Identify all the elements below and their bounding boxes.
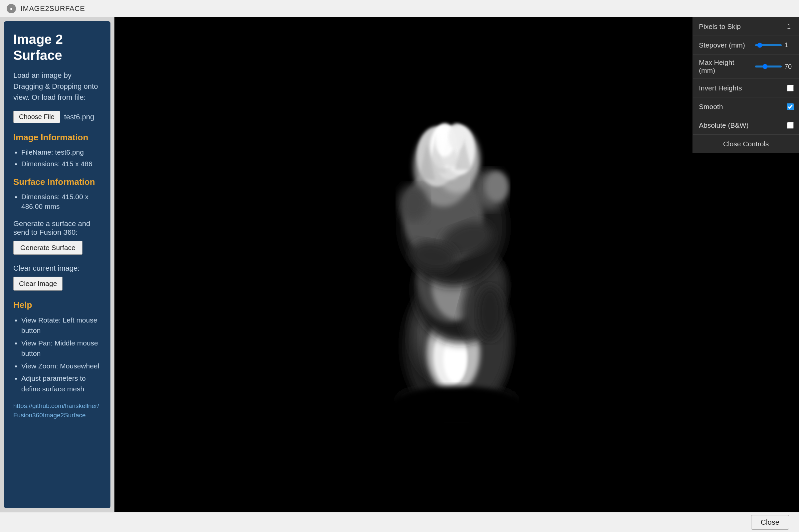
image-info-item-1: Dimensions: 415 x 486	[21, 159, 101, 169]
stepover-value: 1	[783, 41, 796, 49]
absolute-row: Absolute (B&W)	[693, 116, 799, 135]
image-info-list: FileName: test6.png Dimensions: 415 x 48…	[13, 147, 101, 169]
help-item-2: View Zoom: Mousewheel	[21, 361, 101, 372]
sidebar: Image 2 Surface Load an image by Draggin…	[4, 21, 110, 508]
help-list: View Rotate: Left mouse button View Pan:…	[13, 315, 101, 394]
close-button[interactable]: Close	[751, 515, 789, 530]
generate-surface-button[interactable]: Generate Surface	[13, 241, 82, 255]
pixels-to-skip-value: 1	[786, 23, 799, 30]
clear-text: Clear current image:	[13, 264, 101, 273]
svg-point-12	[477, 286, 503, 340]
title-bar: ● IMAGE2SURFACE	[0, 0, 799, 17]
main-content: Image 2 Surface Load an image by Draggin…	[0, 17, 799, 512]
image-info-item-0: FileName: test6.png	[21, 147, 101, 157]
surface-visualization	[340, 107, 573, 423]
clear-image-button[interactable]: Clear Image	[13, 277, 62, 291]
svg-point-7	[443, 336, 467, 383]
absolute-checkbox[interactable]	[787, 122, 794, 129]
surface-info-list: Dimensions: 415.00 x 486.00 mms	[13, 192, 101, 211]
controls-panel: Pixels to Skip 1 Stepover (mm) 1 Max Hei…	[692, 17, 799, 153]
max-height-value: 70	[783, 63, 796, 71]
help-item-3: Adjust parameters to define surface mesh	[21, 373, 101, 394]
help-item-0: View Rotate: Left mouse button	[21, 315, 101, 336]
title-bar-text: IMAGE2SURFACE	[21, 4, 85, 13]
surface-info-item-0: Dimensions: 415.00 x 486.00 mms	[21, 192, 101, 211]
svg-point-27	[398, 185, 428, 222]
github-link[interactable]: https://github.com/hanskellner/Fusion360…	[13, 402, 99, 419]
choose-file-button[interactable]: Choose File	[13, 111, 60, 123]
surface-info-title: Surface Information	[13, 177, 101, 187]
invert-heights-label: Invert Heights	[693, 80, 787, 96]
svg-point-29	[448, 124, 465, 150]
app-icon: ●	[7, 4, 16, 13]
app-title: Image 2 Surface	[13, 31, 101, 63]
pixels-to-skip-row: Pixels to Skip 1	[693, 17, 799, 36]
smooth-checkbox[interactable]	[787, 103, 794, 110]
close-controls-button[interactable]: Close Controls	[693, 135, 799, 153]
stepover-label: Stepover (mm)	[693, 37, 755, 53]
help-title: Help	[13, 300, 101, 310]
generate-text: Generate a surface and send to Fusion 36…	[13, 220, 101, 237]
stepover-row: Stepover (mm) 1	[693, 36, 799, 55]
absolute-label: Absolute (B&W)	[693, 117, 787, 133]
image-info-title: Image Information	[13, 132, 101, 142]
intro-text: Load an image by Dragging & Dropping ont…	[13, 70, 101, 103]
invert-heights-row: Invert Heights	[693, 79, 799, 97]
max-height-label: Max Height (mm)	[693, 55, 755, 78]
bottom-bar: Close	[0, 512, 799, 532]
smooth-row: Smooth	[693, 97, 799, 116]
pixels-to-skip-label: Pixels to Skip	[693, 19, 786, 35]
file-row: Choose File test6.png	[13, 111, 101, 123]
max-height-slider-area: 70	[755, 63, 799, 71]
invert-heights-checkbox[interactable]	[787, 85, 794, 92]
max-height-row: Max Height (mm) 70	[693, 55, 799, 79]
smooth-label: Smooth	[693, 99, 787, 115]
max-height-slider[interactable]	[755, 65, 782, 68]
help-item-1: View Pan: Middle mouse button	[21, 338, 101, 359]
stepover-slider-area: 1	[755, 41, 799, 49]
svg-point-26	[485, 172, 508, 202]
file-name-display: test6.png	[64, 113, 94, 121]
stepover-slider[interactable]	[755, 44, 782, 46]
